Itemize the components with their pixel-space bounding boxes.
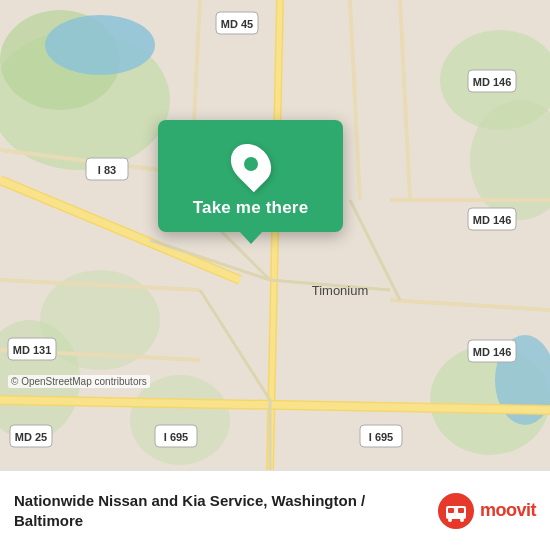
svg-rect-52 bbox=[448, 508, 454, 513]
moovit-brand-icon bbox=[438, 493, 474, 529]
location-pin-inner bbox=[244, 157, 258, 171]
map-copyright: © OpenStreetMap contributors bbox=[8, 375, 150, 388]
take-me-there-popup[interactable]: Take me there bbox=[158, 120, 343, 232]
svg-text:MD 25: MD 25 bbox=[15, 431, 47, 443]
svg-rect-53 bbox=[458, 508, 464, 513]
svg-point-9 bbox=[45, 15, 155, 75]
svg-text:I 695: I 695 bbox=[164, 431, 188, 443]
location-pin-icon bbox=[222, 136, 279, 193]
svg-text:MD 146: MD 146 bbox=[473, 346, 512, 358]
map-container: MD 45 I 83 MD 146 MD 146 MD 146 MD 131 M… bbox=[0, 0, 550, 470]
svg-text:MD 131: MD 131 bbox=[13, 344, 52, 356]
take-me-there-label: Take me there bbox=[193, 198, 309, 218]
svg-rect-56 bbox=[454, 506, 456, 517]
svg-text:MD 146: MD 146 bbox=[473, 76, 512, 88]
svg-text:I 83: I 83 bbox=[98, 164, 116, 176]
bottom-bar: Nationwide Nissan and Kia Service, Washi… bbox=[0, 470, 550, 550]
svg-text:I 695: I 695 bbox=[369, 431, 393, 443]
svg-point-55 bbox=[460, 518, 464, 522]
svg-point-54 bbox=[448, 518, 452, 522]
svg-point-8 bbox=[130, 375, 230, 465]
popup-icon-area bbox=[225, 138, 277, 190]
bottom-bar-text: Nationwide Nissan and Kia Service, Washi… bbox=[14, 491, 428, 530]
svg-text:MD 146: MD 146 bbox=[473, 214, 512, 226]
svg-text:Timonium: Timonium bbox=[312, 283, 369, 298]
moovit-label: moovit bbox=[480, 500, 536, 521]
svg-text:MD 45: MD 45 bbox=[221, 18, 253, 30]
place-name: Nationwide Nissan and Kia Service, Washi… bbox=[14, 491, 428, 530]
moovit-logo: moovit bbox=[438, 493, 536, 529]
